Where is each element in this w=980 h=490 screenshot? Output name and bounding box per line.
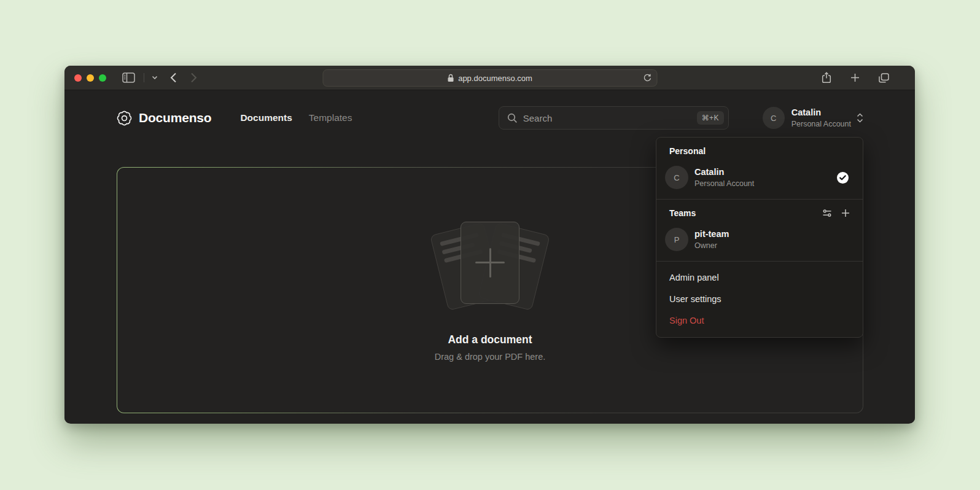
team-item[interactable]: P pit-team Owner	[665, 224, 854, 254]
menu-item-sign-out[interactable]: Sign Out	[656, 309, 863, 331]
menu-item-admin-panel[interactable]: Admin panel	[656, 266, 863, 288]
personal-section: Personal C Catalin Personal Account	[656, 138, 863, 199]
account-menu-button[interactable]: C Catalin Personal Account	[763, 107, 863, 129]
personal-account-name: Catalin	[694, 167, 754, 177]
nav-documents[interactable]: Documents	[240, 112, 292, 123]
reload-icon[interactable]	[643, 74, 651, 82]
primary-nav: Documents Templates	[240, 112, 352, 123]
browser-toolbar: app.documenso.com	[64, 66, 915, 90]
new-tab-icon[interactable]	[848, 71, 862, 85]
minimize-window-button[interactable]	[87, 74, 94, 82]
chevron-down-icon[interactable]	[149, 73, 160, 82]
document-stack-icon	[422, 219, 558, 311]
toolbar-right-buttons	[819, 69, 892, 86]
address-bar[interactable]: app.documenso.com	[322, 69, 657, 87]
zoom-window-button[interactable]	[99, 74, 106, 82]
search-input[interactable]: Search ⌘+K	[499, 106, 729, 130]
teams-section-label: Teams	[669, 208, 696, 218]
nav-templates[interactable]: Templates	[309, 112, 352, 123]
window-controls	[74, 74, 106, 82]
dropzone-title: Add a document	[448, 333, 532, 346]
account-dropdown-menu: Personal C Catalin Personal Account	[656, 137, 863, 338]
url-text: app.documenso.com	[458, 74, 532, 83]
dropzone-subtitle: Drag & drop your PDF here.	[435, 352, 546, 362]
personal-section-label: Personal	[669, 146, 706, 156]
documenso-app-page: Documenso Documents Templates Search ⌘+K…	[64, 90, 915, 423]
toolbar-divider	[144, 73, 144, 82]
team-role: Owner	[694, 241, 729, 250]
brand[interactable]: Documenso	[117, 111, 211, 126]
menu-item-user-settings[interactable]: User settings	[656, 288, 863, 309]
lock-icon	[447, 74, 454, 82]
search-icon	[507, 113, 518, 123]
team-settings-icon[interactable]	[822, 208, 832, 218]
personal-account-avatar: C	[665, 166, 688, 189]
sidebar-toggle-icon[interactable]	[120, 70, 138, 85]
personal-account-subtitle: Personal Account	[694, 179, 754, 188]
account-menu-items: Admin panel User settings Sign Out	[656, 262, 863, 337]
plus-icon	[475, 248, 505, 278]
toolbar-left-buttons	[120, 70, 200, 85]
account-subtitle: Personal Account	[791, 120, 851, 128]
team-name: pit-team	[694, 229, 729, 239]
team-avatar: P	[665, 228, 688, 251]
check-icon	[837, 172, 849, 184]
share-icon[interactable]	[819, 69, 834, 86]
document-card-add	[461, 222, 519, 304]
teams-section: Teams	[656, 200, 863, 261]
add-team-icon[interactable]	[841, 209, 850, 217]
account-avatar: C	[763, 107, 785, 129]
personal-account-item[interactable]: C Catalin Personal Account	[665, 162, 854, 192]
documenso-logo-icon	[117, 111, 132, 126]
chevrons-up-down-icon	[857, 113, 863, 123]
brand-name: Documenso	[139, 111, 211, 125]
back-icon[interactable]	[168, 70, 179, 85]
search-placeholder: Search	[523, 113, 553, 123]
search-shortcut-badge: ⌘+K	[697, 111, 724, 125]
close-window-button[interactable]	[74, 74, 82, 82]
tabs-overview-icon[interactable]	[876, 71, 892, 85]
account-name: Catalin	[791, 107, 851, 118]
forward-icon[interactable]	[188, 70, 200, 85]
account-text: Catalin Personal Account	[791, 107, 851, 128]
browser-window: app.documenso.com	[64, 66, 915, 424]
